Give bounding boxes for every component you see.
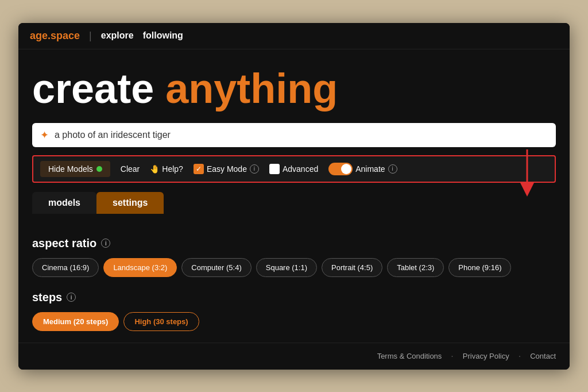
step-high[interactable]: High (30 steps) (123, 312, 199, 331)
animate-toggle[interactable]: Animate i (328, 163, 397, 175)
clear-button[interactable]: Clear (121, 164, 140, 174)
hero-title-white: create (32, 66, 154, 112)
animate-label: Animate (355, 164, 385, 174)
footer-dot-1: · (451, 351, 453, 362)
aspect-ratio-info-icon[interactable]: i (101, 239, 110, 248)
hide-models-button[interactable]: Hide Models (40, 161, 110, 177)
hide-models-label: Hide Models (48, 164, 93, 174)
tab-models[interactable]: models (32, 192, 96, 214)
search-input[interactable] (55, 130, 548, 140)
easy-mode-toggle[interactable]: ✓ Easy Mode i (194, 164, 259, 174)
green-status-dot (96, 166, 102, 172)
nav-brand: age.space (30, 30, 80, 42)
help-button[interactable]: 🤚 Help? (150, 164, 183, 174)
controls-bar: Hide Models Clear 🤚 Help? ✓ Easy Mode i (32, 155, 556, 183)
hero-section: create anything ✦ Hide Models Clear (18, 49, 570, 225)
nav-following[interactable]: following (143, 30, 183, 41)
footer-terms[interactable]: Terms & Conditions (377, 352, 442, 360)
animate-switch[interactable] (328, 163, 353, 175)
nav-divider: | (89, 30, 92, 42)
advanced-label: Advanced (283, 164, 318, 174)
advanced-toggle[interactable]: Advanced (269, 164, 318, 174)
aspect-ratio-section-title: aspect ratio i (32, 237, 556, 250)
ar-landscape[interactable]: Landscape (3:2) (103, 258, 177, 277)
toggle-knob (341, 164, 351, 174)
ar-square[interactable]: Square (1:1) (256, 258, 317, 277)
nav-explore[interactable]: explore (101, 30, 134, 41)
steps-info-icon[interactable]: i (67, 293, 76, 302)
step-medium[interactable]: Medium (20 steps) (32, 312, 119, 331)
help-icon: 🤚 (150, 164, 160, 174)
ar-portrait[interactable]: Portrait (4:5) (322, 258, 382, 277)
clear-label: Clear (121, 164, 140, 174)
ar-computer[interactable]: Computer (5:4) (181, 258, 251, 277)
easy-mode-label: Easy Mode (207, 164, 247, 174)
advanced-checkbox[interactable] (269, 164, 280, 174)
steps-section-title: steps i (32, 291, 556, 304)
ar-tablet[interactable]: Tablet (2:3) (387, 258, 444, 277)
hero-title-orange: anything (165, 66, 338, 112)
search-icon: ✦ (40, 129, 49, 141)
footer-privacy[interactable]: Privacy Policy (463, 352, 509, 360)
help-label: Help? (162, 164, 183, 174)
steps-row: Medium (20 steps) High (30 steps) (32, 312, 556, 331)
search-bar: ✦ (32, 123, 556, 147)
animate-info-icon[interactable]: i (388, 164, 397, 174)
footer-contact[interactable]: Contact (530, 352, 556, 360)
ar-cinema[interactable]: Cinema (16:9) (32, 258, 99, 277)
hero-title: create anything (32, 68, 556, 109)
top-nav: age.space | explore following (18, 23, 570, 49)
easy-mode-info-icon[interactable]: i (250, 164, 259, 174)
aspect-ratio-row: Cinema (16:9) Landscape (3:2) Computer (… (32, 258, 556, 277)
footer: Terms & Conditions · Privacy Policy · Co… (18, 343, 570, 370)
ar-phone[interactable]: Phone (9:16) (448, 258, 511, 277)
tabs-row: models settings (32, 192, 556, 214)
easy-mode-checkbox[interactable]: ✓ (194, 164, 204, 174)
footer-dot-2: · (519, 351, 521, 362)
tab-settings[interactable]: settings (96, 192, 164, 214)
content-area: aspect ratio i Cinema (16:9) Landscape (… (18, 225, 570, 343)
browser-window: age.space | explore following create any… (18, 23, 570, 370)
